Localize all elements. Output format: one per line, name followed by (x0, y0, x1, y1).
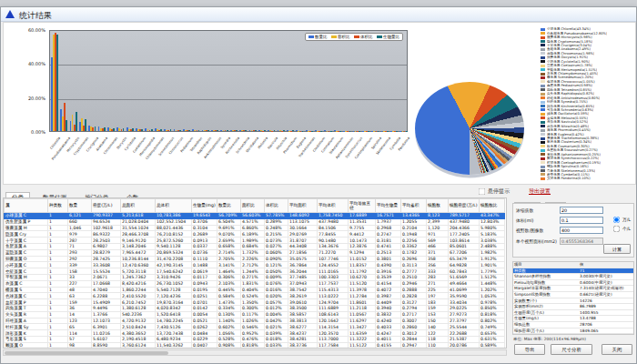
table-cell: 1.831% (241, 280, 265, 287)
table-row[interactable]: 小环藻属 C133933.360812,470.636042,190.31450… (5, 262, 505, 268)
results-row[interactable]: 生物密度(万个/L)1400.955 (513, 310, 633, 317)
pie-legend-label: 实球藻属 Pandorina(0.10%) (547, 177, 591, 180)
table-row[interactable]: 四角藻属 T1369.44961,380.61284,020.83420.014… (5, 305, 505, 311)
table-cell: 38.3500 (288, 305, 318, 311)
table-cell: 28.7425 (92, 256, 121, 262)
hover-tip-checkbox-input[interactable] (479, 188, 486, 196)
unit-wan-per-liter-radio-input[interactable] (613, 216, 621, 223)
results-row[interactable]: 细胞密度(万个/L)1849.065 (513, 329, 633, 335)
table-cell: 293 (68, 249, 92, 256)
column-header[interactable]: 生物量(mg) (192, 199, 217, 213)
table-row[interactable]: 伪鱼腥藻属 P166094.652421,028.0404102,552.150… (5, 218, 505, 225)
table-row[interactable]: 蹄形藻属 K111411.02164,380.365213,720.74380.… (5, 330, 505, 337)
column-header[interactable]: 细胞数比 (480, 199, 505, 213)
calculate-button[interactable]: 计算 (603, 244, 631, 254)
table-cell: 63 (68, 293, 92, 299)
pie-legend-swatch-icon (541, 169, 545, 172)
pie-legend-swatch-icon (541, 101, 545, 104)
column-header[interactable]: 种类数 (48, 199, 68, 213)
table-row[interactable]: 颤藻属 O1988.85903,760.612411,540.32620.040… (5, 342, 505, 349)
column-header[interactable]: 细胞密度(万/L) (449, 199, 480, 213)
table-row[interactable]: 蓝隐藻属 C129328.82797,965.447220,869.53240.… (5, 249, 505, 256)
column-header[interactable]: 平均体积 (318, 199, 349, 213)
table-row[interactable]: 卵囊藻属 O129228.742510,236.814431,470.22080… (5, 256, 505, 262)
table-row[interactable]: 鱼腥藻属 A1716.98073,148.20469,540.11280.033… (5, 243, 505, 249)
volume-input[interactable] (560, 217, 603, 224)
table-cell: 7,430.5126 (156, 324, 192, 330)
scrollbar-thumb[interactable] (5, 351, 168, 355)
table-cell: 114.3154 (318, 324, 349, 330)
table-cell: 33.4034 (449, 299, 480, 306)
table-cell: 0.4033 (376, 324, 401, 330)
size-analysis-button[interactable]: 尺寸分析 (551, 344, 592, 355)
table-row[interactable]: 空星藻属 C115815.55245,720.311817,540.62420.… (5, 268, 505, 275)
table-cell: 0.300% (241, 305, 265, 311)
table-row[interactable]: 弓形藻属 S1575.61072,190.45186,480.92340.022… (5, 336, 505, 342)
table-row[interactable]: 小球藻属 C16,121790.93375,213,61810,783,3861… (5, 213, 505, 219)
table-cell: 1 (48, 324, 68, 330)
results-row[interactable]: 实测面积(mm2)86.7989 (513, 304, 633, 310)
table-cell: 0.476% (241, 336, 265, 342)
results-row[interactable]: 细胞总数28706 (513, 322, 633, 329)
table-row[interactable]: 微囊藻属 M11,046102.961831,554.102488,021.44… (5, 225, 505, 231)
table-cell: 11.6297 (349, 318, 376, 324)
pie-legend-item: 实球藻属 Pandorina(0.10%) (541, 177, 637, 180)
column-header[interactable]: 总体积 (156, 199, 192, 213)
table-row[interactable]: 纤维藻属 A112312.10734,720.913214,780.22450.… (5, 318, 505, 324)
table-cell: 39.0610 (288, 299, 318, 306)
table-row[interactable]: 尖头藻属 R1141.3766540.22361,520.64180.00540… (5, 311, 505, 318)
table-row[interactable]: 针杆藻属 Sy1656.39012,510.84247,430.51260.02… (5, 324, 505, 330)
unit-per-liter-label: 个/L (622, 226, 631, 231)
table-row[interactable]: 盘星藻属 P115915.49096,210.745219,870.31640.… (5, 299, 505, 306)
hover-tip-checkbox[interactable]: 悬停提示 (476, 186, 510, 197)
results-item-value: 71 (579, 268, 633, 274)
results-row[interactable]: Shannon多样性指数3.0030(中度污染) (513, 274, 633, 280)
bar-segment (188, 130, 190, 131)
table-cell: 0.289% (265, 218, 288, 225)
table-cell: 790.9337 (92, 213, 121, 219)
export-button[interactable]: 导出 (514, 344, 545, 355)
table-cell: 0.057% (265, 299, 288, 306)
column-header[interactable]: 平均生物量 (376, 199, 401, 213)
table-cell: 42,190.3145 (156, 262, 192, 268)
column-header[interactable]: 数量 (68, 199, 92, 213)
table-row[interactable]: 栅藻属 S1484.70401,860.22445,540.71280.0195… (5, 287, 505, 293)
table-cell: 2.712% (241, 262, 265, 268)
column-header[interactable]: 面积比 (241, 199, 265, 213)
table-cell: 33 (68, 274, 92, 280)
results-header-value: 值 (579, 262, 633, 268)
table-cell: 13.4365 (401, 213, 427, 219)
field-count-input[interactable] (560, 227, 603, 234)
horizontal-scrollbar[interactable] (3, 349, 507, 356)
column-header[interactable]: 体积比 (265, 199, 288, 213)
close-button[interactable]: 关闭 (602, 344, 632, 355)
column-header[interactable]: 数量比 (217, 199, 241, 213)
column-header[interactable]: 平均面积 (288, 199, 318, 213)
table-row[interactable]: 平裂藻属 M1332.06711,245.73623,310.94260.011… (5, 274, 505, 280)
column-header[interactable]: 细胞数 (427, 199, 449, 213)
table-row[interactable]: 十字藻属 C128728.25039,146.912025,872.52600.… (5, 238, 505, 244)
unit-per-liter-radio[interactable]: 个/L (611, 224, 631, 233)
concentration-factor-input[interactable] (560, 207, 603, 214)
table-row[interactable]: 色球藻属 C1636.22882,410.55207,120.42360.025… (5, 293, 505, 299)
column-header[interactable]: 平均等效直径 (349, 199, 376, 213)
table-cell: 0.039% (265, 330, 288, 337)
unit-per-liter-radio-input[interactable] (613, 225, 621, 232)
results-row[interactable]: Pielou均匀度指数0.6004(中度污染) (513, 280, 633, 287)
results-row[interactable]: 实测数量(个)14226 (513, 298, 633, 305)
pie-legend-swatch-icon (541, 173, 545, 176)
column-header[interactable]: 总面积 (121, 199, 156, 213)
results-row[interactable]: Margalef丰富度指数7.3140(轻度污染或清洁) (513, 286, 633, 292)
column-header[interactable]: 密度(万/L) (92, 199, 121, 213)
pie-legend-swatch-icon (541, 153, 545, 156)
table-row[interactable]: 隐藻属 Cry197986.932228,466.370876,210.8152… (5, 231, 505, 238)
panel-buttons: 导出 尺寸分析 关闭 (511, 344, 636, 357)
results-row[interactable]: 生物量(mg/L)13.4788 (513, 316, 633, 322)
results-row[interactable]: Simpson优势度指数0.6621(轻度污染) (513, 292, 633, 298)
column-header[interactable]: 属 (5, 199, 48, 213)
pie-legend-swatch-icon (541, 166, 545, 168)
results-row[interactable]: 种类数71 (513, 268, 633, 275)
column-header[interactable]: 平均蓄积 (401, 199, 427, 213)
unit-wan-per-liter-radio[interactable]: 万/L (611, 215, 631, 224)
table-row[interactable]: 衣藻属 C122717.06688,420.421626,730.10520.0… (5, 280, 505, 287)
